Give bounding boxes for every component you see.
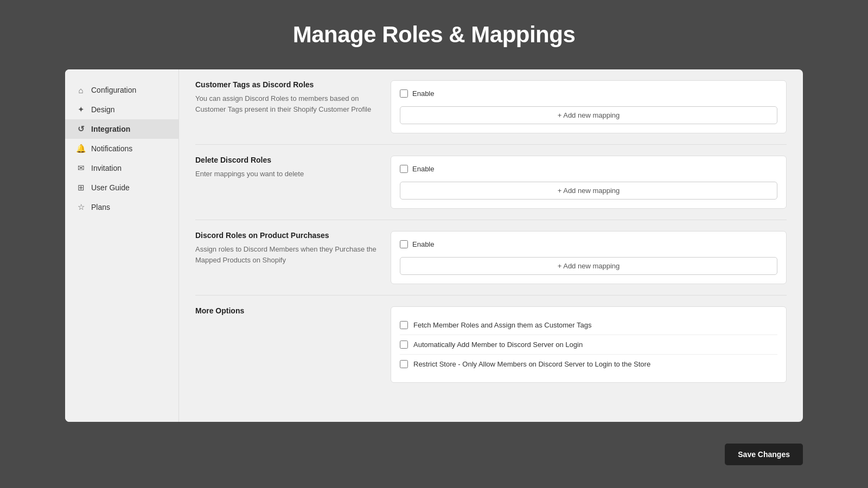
save-changes-button[interactable]: Save Changes [725, 444, 803, 465]
sidebar-item-configuration[interactable]: ⌂ Configuration [65, 80, 178, 100]
section-right-delete-discord: Enable + Add new mapping [391, 156, 787, 209]
section-customer-tags: Customer Tags as Discord Roles You can a… [195, 80, 787, 145]
section-title-product-purchases: Discord Roles on Product Purchases [195, 231, 380, 240]
section-title-customer-tags: Customer Tags as Discord Roles [195, 80, 380, 89]
sidebar-item-design[interactable]: ✦ Design [65, 100, 178, 119]
option-row-fetch-member: Fetch Member Roles and Assign them as Cu… [400, 316, 777, 335]
option-checkbox-fetch-member[interactable] [400, 321, 408, 329]
page-header: Manage Roles & Mappings [0, 0, 868, 64]
option-label-auto-add: Automatically Add Member to Discord Serv… [413, 341, 583, 349]
sidebar-item-notifications[interactable]: 🔔 Notifications [65, 139, 178, 158]
sidebar-item-invitation[interactable]: ✉ Invitation [65, 158, 178, 178]
section-right-customer-tags: Enable + Add new mapping [391, 80, 787, 133]
sidebar: ⌂ Configuration ✦ Design ↺ Integration 🔔… [65, 69, 179, 422]
sidebar-label-notifications: Notifications [91, 144, 132, 153]
enable-checkbox-product-purchases[interactable] [400, 240, 408, 248]
invitation-icon: ✉ [76, 163, 86, 173]
add-mapping-button-product-purchases[interactable]: + Add new mapping [400, 257, 777, 275]
section-right-more-options: Fetch Member Roles and Assign them as Cu… [391, 306, 787, 383]
option-label-fetch-member: Fetch Member Roles and Assign them as Cu… [413, 321, 592, 329]
main-container: ⌂ Configuration ✦ Design ↺ Integration 🔔… [65, 69, 803, 422]
section-left-customer-tags: Customer Tags as Discord Roles You can a… [195, 80, 380, 133]
option-row-restrict-store: Restrict Store - Only Allow Members on D… [400, 355, 777, 374]
enable-row-customer-tags: Enable [400, 89, 777, 98]
add-mapping-button-delete-discord[interactable]: + Add new mapping [400, 182, 777, 200]
integration-icon: ↺ [76, 124, 86, 134]
section-product-purchases: Discord Roles on Product Purchases Assig… [195, 231, 787, 296]
enable-checkbox-customer-tags[interactable] [400, 89, 408, 98]
section-delete-discord-roles: Delete Discord Roles Enter mappings you … [195, 156, 787, 220]
home-icon: ⌂ [76, 85, 86, 95]
sidebar-label-invitation: Invitation [91, 164, 122, 172]
enable-label-customer-tags: Enable [412, 89, 434, 98]
section-desc-delete-discord: Enter mappings you want to delete [195, 169, 380, 179]
section-left-product-purchases: Discord Roles on Product Purchases Assig… [195, 231, 380, 284]
page-footer: Save Changes [0, 438, 868, 471]
sidebar-label-user-guide: User Guide [91, 183, 130, 192]
section-desc-customer-tags: You can assign Discord Roles to members … [195, 93, 380, 114]
section-title-more-options: More Options [195, 306, 380, 315]
option-checkbox-restrict-store[interactable] [400, 360, 408, 368]
page-title: Manage Roles & Mappings [0, 22, 868, 48]
enable-row-product-purchases: Enable [400, 240, 777, 248]
enable-label-delete-discord: Enable [412, 165, 434, 173]
sidebar-label-integration: Integration [91, 125, 130, 133]
user-guide-icon: ⊞ [76, 183, 86, 192]
sidebar-label-configuration: Configuration [91, 86, 136, 94]
sidebar-label-design: Design [91, 105, 115, 114]
section-more-options: More Options Fetch Member Roles and Assi… [195, 306, 787, 394]
section-left-delete-discord: Delete Discord Roles Enter mappings you … [195, 156, 380, 209]
notifications-icon: 🔔 [76, 144, 86, 153]
option-row-auto-add: Automatically Add Member to Discord Serv… [400, 335, 777, 355]
section-desc-product-purchases: Assign roles to Discord Members when the… [195, 244, 380, 265]
option-label-restrict-store: Restrict Store - Only Allow Members on D… [413, 360, 650, 368]
sidebar-item-plans[interactable]: ☆ Plans [65, 197, 178, 217]
add-mapping-button-customer-tags[interactable]: + Add new mapping [400, 106, 777, 124]
plans-icon: ☆ [76, 202, 86, 212]
content-area: Customer Tags as Discord Roles You can a… [179, 69, 803, 422]
option-checkbox-auto-add[interactable] [400, 341, 408, 349]
section-right-product-purchases: Enable + Add new mapping [391, 231, 787, 284]
sidebar-item-user-guide[interactable]: ⊞ User Guide [65, 178, 178, 197]
design-icon: ✦ [76, 105, 86, 114]
enable-row-delete-discord: Enable [400, 165, 777, 173]
sidebar-label-plans: Plans [91, 203, 110, 211]
enable-checkbox-delete-discord[interactable] [400, 165, 408, 173]
sidebar-item-integration[interactable]: ↺ Integration [65, 119, 178, 139]
section-title-delete-discord: Delete Discord Roles [195, 156, 380, 164]
enable-label-product-purchases: Enable [412, 240, 434, 248]
section-left-more-options: More Options [195, 306, 380, 383]
